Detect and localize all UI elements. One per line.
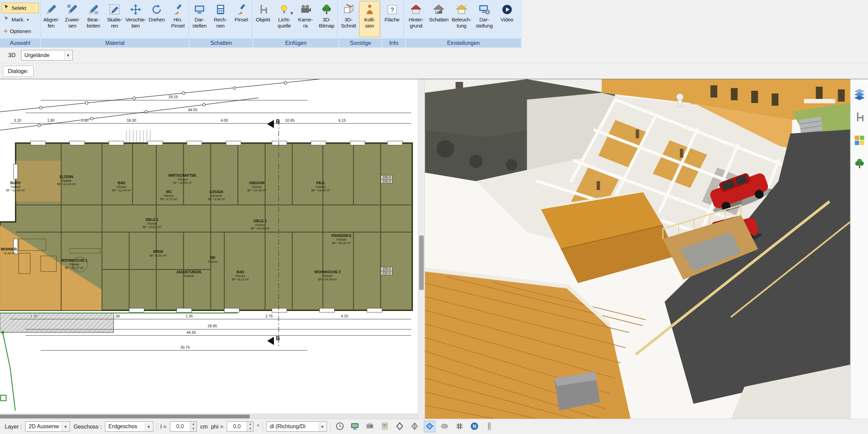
flaeche-button[interactable]: ? Fläche	[382, 1, 402, 37]
ribbon-group-info: ? Fläche	[381, 0, 404, 38]
separator	[330, 422, 331, 431]
skalieren-button[interactable]: Skalie- ren	[104, 1, 125, 37]
dimension-label: 28.85	[207, 324, 218, 328]
grid-tool-button[interactable]	[454, 421, 465, 432]
plan-horizontal-scrollbar[interactable]	[0, 414, 418, 419]
beleuchtung-button[interactable]: Beleuch- tung	[451, 1, 472, 37]
vegetation-tool-button[interactable]	[852, 157, 867, 171]
skalieren-label: Skalie- ren	[107, 17, 122, 29]
rechnen-button[interactable]: Rech- nen	[210, 1, 231, 37]
band-material: Material	[41, 38, 190, 48]
schatten-einstellung-button[interactable]: Schatten	[429, 1, 449, 37]
darstellen-label: Dar- stellen	[192, 17, 207, 29]
chair-icon	[854, 111, 865, 124]
plan-vertical-scrollbar[interactable]	[418, 79, 425, 419]
tree-icon	[320, 3, 333, 16]
lichtquelle-button[interactable]: ▼ Licht- quelle	[274, 1, 295, 37]
objekt-button[interactable]: Objekt	[253, 1, 273, 37]
3d-view-canvas[interactable]	[425, 79, 850, 419]
pinsel-button[interactable]: Pinsel	[231, 1, 252, 37]
video-button[interactable]: Video	[497, 1, 517, 37]
move-icon	[129, 3, 142, 16]
pick-pencil-icon	[45, 3, 58, 16]
angle-increment-button[interactable]: ▲	[247, 422, 253, 427]
schatten-einstellung-label: Schatten	[429, 17, 449, 23]
plane-tool-button[interactable]	[424, 421, 435, 432]
secondary-toolbar: 3D Urgelände ▾	[0, 48, 868, 63]
hin-pinsel-button[interactable]: Hin. Pinsel	[168, 1, 188, 37]
chevron-down-icon: ▾	[27, 17, 29, 22]
hintergrund-label: Hinter- grund	[409, 17, 424, 29]
dimension-label: 30.75	[180, 345, 190, 349]
hin-pinsel-label: Hin. Pinsel	[171, 17, 185, 29]
layer-select[interactable]: 2D Aussenw ▾	[25, 421, 70, 432]
zuweisen-button[interactable]: Zuwei- sen	[62, 1, 83, 37]
length-input[interactable]: 0,0 ▲▼	[170, 421, 197, 432]
room-label: DIELE 1FliesenBF +14,23 m²	[143, 218, 161, 229]
bearbeiten-button[interactable]: Bear- beiten	[83, 1, 104, 37]
plan-horizontal-scrollbar-thumb[interactable]	[0, 415, 250, 418]
floor-plan-canvas[interactable]: BÜROParkettBF +12,40 m² ELTERNParkettBF …	[0, 79, 418, 419]
mark-button[interactable]: Mark. ▾	[1, 14, 39, 25]
bitmap3d-button[interactable]: 3D- Bitmap	[316, 1, 337, 37]
angle-unit: °	[257, 423, 259, 430]
display-tool-button[interactable]	[349, 421, 361, 432]
layers-tool-button[interactable]	[852, 87, 867, 102]
plan-vertical-scrollbar-thumb[interactable]	[419, 236, 424, 290]
hintergrund-button[interactable]: Hinter- grund	[406, 1, 427, 37]
room-label: SPEISBF +2,60 m²	[150, 250, 167, 257]
dimension-label: 2.20	[30, 314, 38, 318]
angle-decrement-button[interactable]: ▼	[247, 427, 253, 431]
darstellung-button[interactable]: Dar- stellung	[474, 1, 494, 37]
select-button[interactable]: Selekt	[1, 3, 39, 13]
abgreifen-button[interactable]: Abgrei- fen	[41, 1, 62, 37]
clock-tool-button[interactable]	[334, 421, 346, 432]
schnitt3d-button[interactable]: 3D- Schnitt	[338, 1, 359, 37]
terrain-select[interactable]: Urgelände ▾	[21, 50, 73, 60]
dialoge-tab[interactable]: Dialoge:	[3, 66, 34, 77]
smooth-tool-button[interactable]	[439, 421, 450, 432]
materials-tool-button[interactable]	[852, 134, 867, 148]
options-button[interactable]: + Optionen	[1, 26, 39, 36]
angle-input-value: 0,0	[227, 422, 247, 431]
direction-select[interactable]: dl (Richtung/Di ▾	[266, 421, 327, 432]
render-tool-button[interactable]	[364, 421, 376, 432]
kamera-button[interactable]: Kame- ra	[295, 1, 316, 37]
length-decrement-button[interactable]: ▼	[190, 427, 196, 431]
ruler-icon	[485, 422, 494, 432]
length-label: l =	[160, 423, 167, 430]
ribbon-group-sonstige: 3D- Schnitt Kolli- sion	[338, 0, 381, 38]
abgreifen-label: Abgrei- fen	[43, 17, 59, 29]
furniture-tool-button[interactable]	[852, 110, 867, 125]
length-input-value: 0,0	[170, 422, 190, 431]
drehen-button[interactable]: Drehen	[146, 1, 167, 37]
plane-diamond-icon	[425, 422, 434, 432]
clipboard-tool-button[interactable]	[379, 421, 390, 432]
length-increment-button[interactable]: ▲	[190, 422, 196, 427]
marquee-icon	[4, 16, 10, 23]
smooth-icon	[440, 422, 449, 432]
band-info: Info	[382, 38, 406, 48]
plus-icon: +	[4, 28, 8, 35]
bitmap3d-label: 3D- Bitmap	[319, 17, 334, 29]
wireframe-tool-button[interactable]	[394, 421, 405, 432]
dimension-label: 6.15	[338, 118, 346, 122]
objekt-label: Objekt	[256, 17, 270, 23]
fold-tool-button[interactable]	[409, 421, 420, 432]
verschieben-button[interactable]: Verschie- ben	[125, 1, 146, 37]
dimension-label: 44.55	[186, 330, 196, 334]
north-tool-button[interactable]: N	[469, 421, 480, 432]
ruler-tool-button[interactable]	[484, 421, 495, 432]
darstellen-button[interactable]: Dar- stellen	[189, 1, 210, 37]
furniture-icon	[257, 3, 270, 16]
section-marker-b-bottom: B	[276, 335, 280, 342]
dialog-bar: Dialoge:	[0, 63, 868, 79]
angle-input[interactable]: 0,0 ▲▼	[227, 421, 254, 432]
kollision-button[interactable]: Kolli- sion	[359, 1, 380, 37]
chevron-down-icon: ▼	[290, 11, 294, 16]
room-label: FRANZISKAParkettBF +15,45 m²	[331, 234, 351, 245]
video-label: Video	[501, 17, 513, 23]
section-cut-icon	[342, 3, 355, 16]
floor-select[interactable]: Erdgeschos ▾	[105, 421, 153, 432]
scale-pencil-icon	[108, 3, 121, 16]
